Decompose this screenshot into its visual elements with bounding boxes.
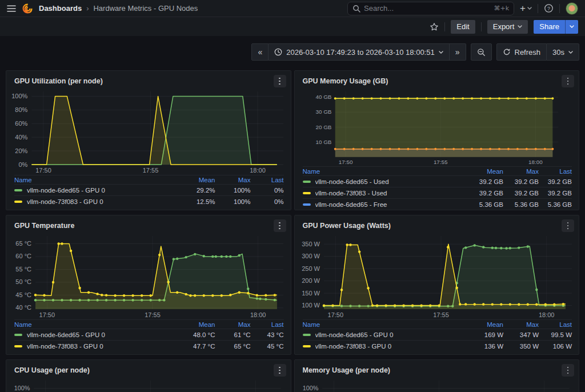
series-name[interactable]: vllm-node-6ded65 - GPU 0 [315,331,464,338]
svg-text:?: ? [547,6,550,11]
series-name[interactable]: vllm-node-73f083 - GPU 0 [27,343,175,350]
legend-row: vllm-node-6ded65 - Used39.2 GB39.2 GB39.… [303,175,572,187]
panel-menu-icon[interactable] [274,75,286,87]
svg-text:20%: 20% [15,147,27,154]
svg-text:250 W: 250 W [302,265,320,272]
series-color-dash [303,334,311,336]
series-color-dash [303,203,311,206]
help-icon[interactable]: ? [544,3,554,13]
series-name[interactable]: vllm-node-6ded65 - Used [315,178,464,185]
time-series-chart[interactable]: 17:5017:5518:00100 W150 W200 W250 W300 W… [299,234,574,319]
legend-column-last[interactable]: Last [539,321,572,328]
series-mean-value: 47.7 °C [175,343,215,350]
time-shift-back-button[interactable]: « [251,43,269,61]
legend-column-max[interactable]: Max [215,321,251,328]
time-range-picker[interactable]: 2026-03-10 17:49:23 to 2026-03-10 18:00:… [269,43,450,61]
legend-header: NameMeanMaxLast [14,175,284,184]
panel-title[interactable]: GPU Memory Usage (GB) [303,77,388,85]
edit-button[interactable]: Edit [451,20,475,34]
legend-row: vllm-node-6ded65 - Free5.36 GB5.36 GB5.3… [303,198,572,210]
grafana-logo-icon[interactable] [22,3,33,14]
legend-column-max[interactable]: Max [503,321,539,328]
panel-gpu-memory-usage-gb: GPU Memory Usage (GB) 17:5017:5518:0010 … [294,70,580,210]
chevron-down-icon [527,7,532,10]
legend-column-max[interactable]: Max [215,177,251,183]
legend-column-name[interactable]: Name [303,168,464,175]
series-color-dash [14,201,22,203]
legend-header: NameMeanMaxLast [303,166,572,175]
time-series-chart[interactable]: 100% [299,378,574,392]
series-name[interactable]: vllm-node-73f083 - GPU 0 [315,343,464,350]
breadcrumb-dashboards[interactable]: Dashboards [39,4,82,13]
hamburger-menu-icon[interactable] [7,4,16,13]
svg-text:100%: 100% [302,385,318,391]
series-name[interactable]: vllm-node-73f083 - GPU 0 [27,198,175,205]
legend-column-mean[interactable]: Mean [175,321,215,328]
series-color-dash [14,189,22,191]
legend-header: NameMeanMaxLast [303,319,572,329]
share-button[interactable]: Share [534,20,565,34]
series-max-value: 65 °C [215,343,251,350]
star-icon[interactable] [430,22,439,31]
panel-header: GPU Power Usage (Watts) [295,215,579,233]
refresh-button[interactable]: Refresh [496,43,547,61]
legend-column-mean[interactable]: Mean [463,168,503,175]
svg-text:17:55: 17:55 [145,311,161,318]
legend-row: vllm-node-73f083 - GPU 0136 W350 W106 W [303,340,572,351]
legend-column-last[interactable]: Last [251,321,284,328]
time-series-chart[interactable]: 100% [11,378,286,392]
time-series-chart[interactable]: 17:5017:5518:0010 GB20 GB30 GB40 GB [299,89,574,166]
legend-column-name[interactable]: Name [14,321,175,328]
dashboard-grid: GPU Utilization (per node) 17:5017:5518:… [6,70,579,392]
panel-title[interactable]: Memory Usage (per node) [303,366,391,374]
search-input[interactable] [364,4,490,13]
svg-text:0%: 0% [18,161,27,168]
panel-title[interactable]: GPU Utilization (per node) [14,77,103,85]
series-name[interactable]: vllm-node-6ded65 - GPU 0 [27,331,175,338]
svg-text:150 W: 150 W [302,290,320,297]
panel-menu-icon[interactable] [562,75,574,87]
legend-column-last[interactable]: Last [251,177,284,183]
zoom-out-button[interactable] [471,43,492,61]
panel-gpu-utilization-per-node: GPU Utilization (per node) 17:5017:5518:… [6,70,291,210]
legend-header: NameMeanMaxLast [14,319,284,329]
time-controls: « 2026-03-10 17:49:23 to 2026-03-10 18:0… [6,43,579,61]
panel-menu-icon[interactable] [274,364,286,377]
legend-column-mean[interactable]: Mean [463,321,503,328]
series-last-value: 5.36 GB [539,201,572,208]
panel-title[interactable]: GPU Power Usage (Watts) [303,222,391,230]
panel-memory-usage-per-node: Memory Usage (per node) 100% [294,359,580,392]
chevron-down-icon [439,51,443,54]
new-button[interactable]: + [520,3,532,13]
panel-menu-icon[interactable] [562,364,574,377]
legend-column-name[interactable]: Name [303,321,464,328]
export-button[interactable]: Export [487,20,528,34]
series-max-value: 61 °C [215,331,251,338]
legend-column-max[interactable]: Max [503,168,539,175]
legend-column-name[interactable]: Name [14,177,175,183]
time-series-chart[interactable]: 17:5017:5518:000%20%40%60%80%100% [11,89,286,175]
panel-title[interactable]: CPU Usage (per node) [14,366,90,374]
series-name[interactable]: vllm-node-6ded65 - GPU 0 [27,187,175,194]
panel-menu-icon[interactable] [562,219,574,232]
panel-title[interactable]: GPU Temperature [14,222,74,230]
svg-text:17:55: 17:55 [433,159,447,165]
legend-row: vllm-node-6ded65 - GPU 029.2%100%0% [14,184,284,195]
series-last-value: 0% [251,187,284,194]
user-avatar[interactable] [566,2,578,15]
legend-row: vllm-node-73f083 - GPU 012.5%100%0% [14,195,284,207]
panel-menu-icon[interactable] [274,219,286,232]
series-name[interactable]: vllm-node-73f083 - Used [315,190,464,197]
share-menu-button[interactable] [565,20,578,34]
panel-legend: NameMeanMaxLastvllm-node-6ded65 - GPU 01… [295,319,579,351]
panel-legend: NameMeanMaxLastvllm-node-6ded65 - GPU 02… [6,175,291,207]
svg-text:65 °C: 65 °C [15,240,31,247]
time-series-chart[interactable]: 17:5017:5518:0040 °C45 °C50 °C55 °C60 °C… [11,234,286,319]
top-nav: Dashboards › Hardware Metrics - GPU Node… [0,0,585,17]
legend-column-last[interactable]: Last [539,168,572,175]
refresh-interval-dropdown[interactable]: 30s [547,43,579,61]
search-box[interactable]: ⌘+k [347,2,514,15]
time-shift-forward-button[interactable]: » [450,43,466,61]
legend-column-mean[interactable]: Mean [175,177,215,183]
series-name[interactable]: vllm-node-6ded65 - Free [315,201,464,208]
